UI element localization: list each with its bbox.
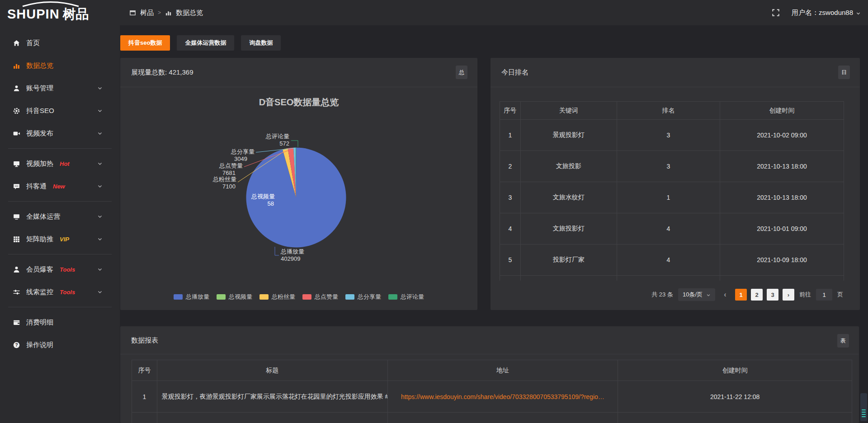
ranking-cell: 景观投影灯	[520, 120, 617, 151]
app-root: 树品 > 数据总览 用户名：zswodun88 SHUPIN树品	[0, 0, 868, 423]
sidebar-item-5[interactable]: 视频发布	[0, 122, 120, 145]
prev-page-button[interactable]: ‹	[719, 289, 731, 301]
page-size-select[interactable]: 10条/页	[678, 288, 715, 301]
ranking-cell	[520, 276, 617, 281]
report-panel-header: 数据报表 表	[120, 326, 859, 354]
ranking-cell: 投影灯厂家	[520, 244, 617, 276]
ranking-column-header: 关键词	[520, 102, 617, 120]
pie-chart-svg[interactable]: D音SEO数据量总览总播放量402909总视频量58总粉丝量7100总点赞量76…	[120, 87, 477, 310]
ranking-corner-button[interactable]: 日	[838, 66, 850, 79]
sidebar-item-badge: VIP	[60, 236, 69, 243]
legend-swatch	[388, 294, 397, 300]
user-icon	[13, 85, 20, 92]
logo[interactable]: SHUPIN树品	[0, 0, 120, 25]
legend-item[interactable]: 总播放量	[174, 293, 209, 301]
sidebar-item-6[interactable]: 视频加热 Hot	[0, 152, 120, 175]
sidebar-item-label: 会员爆客	[26, 265, 53, 274]
pie-label-name: 总评论量	[265, 133, 289, 140]
ranking-table-header-row: 序号关键词排名创建时间	[500, 102, 844, 120]
report-cell	[132, 413, 157, 423]
page-button-3[interactable]: 3	[767, 289, 778, 301]
report-table-wrap: 序号标题地址创建时间 1景观投影灯，夜游景观投影灯厂家展示展示落花灯在花园里的灯…	[132, 360, 852, 423]
pie-label-name: 总粉丝量	[212, 176, 236, 183]
legend-label: 总粉丝量	[272, 293, 295, 301]
sidebar-item-10[interactable]: 会员爆客 Tools	[0, 258, 120, 281]
ranking-cell	[617, 276, 720, 281]
breadcrumb: 树品 > 数据总览	[129, 0, 203, 25]
pie-label-value: 572	[279, 140, 289, 147]
ranking-cell	[720, 276, 844, 281]
ranking-cell: 3	[617, 120, 720, 151]
report-column-header: 序号	[132, 360, 157, 381]
sliders-icon	[13, 288, 20, 296]
page-button-2[interactable]: 2	[751, 289, 763, 301]
chart-title: D音SEO数据量总览	[259, 97, 339, 107]
tab-3[interactable]: 询盘数据	[241, 35, 281, 51]
topbar-right: 用户名：zswodun88	[772, 0, 861, 25]
page-button-1[interactable]: 1	[735, 289, 747, 301]
ranking-cell: 5	[500, 244, 521, 276]
sidebar-item-11[interactable]: 线索监控 Tools	[0, 281, 120, 303]
floating-side-widget[interactable]	[860, 393, 867, 421]
overview-panel-title: 展现量总数: 421,369	[131, 58, 193, 87]
logo-text-cn: 树品	[63, 7, 89, 21]
ranking-cell: 2021-10-02 09:00	[720, 120, 844, 151]
sidebar-divider	[8, 148, 112, 149]
breadcrumb-current[interactable]: 数据总览	[176, 9, 203, 17]
ranking-cell: 4	[617, 213, 720, 244]
report-link[interactable]: https://www.iesdouyin.com/share/video/70…	[401, 393, 604, 400]
sidebar-item-9[interactable]: 矩阵助推 VIP	[0, 228, 120, 250]
wallet-icon	[13, 319, 20, 326]
username-label: 用户名：zswodun88	[792, 9, 853, 17]
legend-swatch	[259, 294, 269, 300]
ranking-table-body: 1景观投影灯32021-10-02 09:002文旅投影32021-10-13 …	[500, 120, 844, 281]
report-panel: 数据报表 表 序号标题地址创建时间 1景观投影灯，夜游景观投影灯厂家展示展示落花…	[120, 326, 859, 423]
sidebar-item-8[interactable]: 全媒体运营	[0, 205, 120, 228]
pie-label-name: 总播放量	[280, 248, 304, 255]
goto-page-input[interactable]	[816, 289, 832, 301]
pie-label-value: 402909	[281, 255, 300, 262]
legend-swatch	[345, 294, 354, 300]
sidebar-item-3[interactable]: 账号管理	[0, 77, 120, 99]
sidebar-item-7[interactable]: 抖客通 New	[0, 175, 120, 197]
breadcrumb-root[interactable]: 树品	[140, 9, 154, 17]
window-icon	[129, 9, 136, 16]
chevron-down-icon	[97, 267, 103, 272]
fullscreen-icon[interactable]	[772, 9, 780, 17]
overview-panel-header: 展现量总数: 421,369 总	[120, 58, 477, 87]
ranking-cell: 3	[617, 151, 720, 182]
sidebar-item-badge: Tools	[60, 266, 75, 273]
legend-item[interactable]: 总点赞量	[302, 293, 338, 301]
tab-2[interactable]: 全媒体运营数据	[177, 35, 234, 51]
legend-item[interactable]: 总粉丝量	[259, 293, 295, 301]
chart-legend: 总播放量总视频量总粉丝量总点赞量总分享量总评论量	[120, 293, 477, 301]
sidebar-item-12[interactable]: 消费明细	[0, 311, 120, 334]
svg-text:?: ?	[15, 342, 18, 347]
report-column-header: 创建时间	[618, 360, 852, 381]
sidebar-item-label: 视频发布	[26, 129, 53, 138]
sidebar: SHUPIN树品 首页 数据总览 账号管理 抖音SEO	[0, 0, 120, 423]
chevron-down-icon	[97, 183, 103, 189]
ranking-cell: 1	[617, 182, 720, 213]
overview-corner-button[interactable]: 总	[456, 66, 467, 79]
sidebar-item-1[interactable]: 首页	[0, 32, 120, 54]
sidebar-item-2[interactable]: 数据总览	[0, 54, 120, 77]
legend-label: 总评论量	[401, 293, 424, 301]
legend-item[interactable]: 总评论量	[388, 293, 424, 301]
legend-item[interactable]: 总分享量	[345, 293, 381, 301]
next-page-button[interactable]: ›	[783, 289, 794, 301]
screen-icon	[13, 213, 20, 221]
tab-1[interactable]: 抖音seo数据	[120, 35, 170, 51]
sidebar-menu: 首页 数据总览 账号管理 抖音SEO 视频发布	[0, 25, 120, 356]
user-menu[interactable]: 用户名：zswodun88	[792, 9, 861, 17]
sidebar-item-4[interactable]: 抖音SEO	[0, 99, 120, 122]
ranking-panel-header: 今日排名 日	[491, 58, 860, 87]
report-cell	[157, 413, 387, 423]
chat-icon	[13, 183, 20, 190]
report-corner-button[interactable]: 表	[837, 334, 849, 348]
legend-item[interactable]: 总视频量	[217, 293, 252, 301]
pagination-total: 共 23 条	[651, 291, 673, 299]
grid-icon	[13, 235, 20, 243]
sidebar-item-13[interactable]: ? 操作说明	[0, 334, 120, 356]
pie-label-value: 7681	[222, 169, 236, 176]
